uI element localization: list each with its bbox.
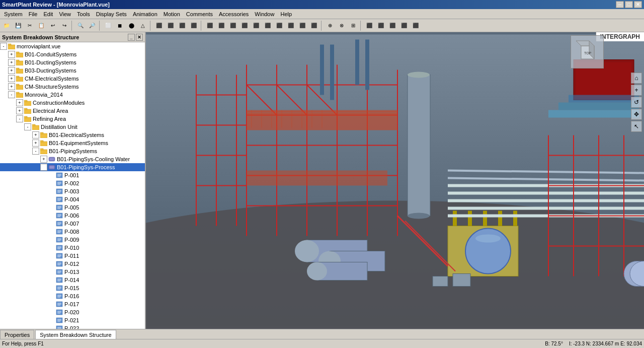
tree-node-refining[interactable]: -Refining Area [0, 115, 145, 123]
tree-node-p021[interactable]: P-021 [0, 316, 145, 324]
tree-expand-b01piping[interactable]: - [32, 148, 39, 155]
toolbar-button-38[interactable]: ⬛ [398, 20, 410, 31]
tree-container[interactable]: -morroviaplant.vue+B01-ConduitSystems+B0… [0, 42, 145, 329]
toolbar-button-12[interactable]: ⬤ [126, 20, 137, 31]
toolbar-button-31[interactable]: ⊕ [325, 20, 336, 31]
toolbar-button-4[interactable]: ↩ [47, 20, 58, 31]
tree-node-p006[interactable]: P-006 [0, 212, 145, 220]
menu-item-help[interactable]: Help [277, 10, 295, 18]
toolbar-button-8[interactable]: 🔎 [87, 20, 98, 31]
zoom-in-button[interactable]: + [631, 85, 642, 96]
toolbar-button-5[interactable]: ↪ [59, 20, 70, 31]
toolbar-button-24[interactable]: ⬛ [251, 20, 262, 31]
tree-node-cooling[interactable]: +B01-PipingSys-Cooling Water [0, 155, 145, 163]
tree-node-electrical[interactable]: +Electrical Area [0, 107, 145, 115]
toolbar-button-22[interactable]: ⬛ [227, 20, 238, 31]
toolbar-button-27[interactable]: ⬛ [285, 20, 296, 31]
toolbar-button-33[interactable]: ⊞ [348, 20, 359, 31]
toolbar-button-17[interactable]: ⬛ [177, 20, 188, 31]
toolbar-button-35[interactable]: ⬛ [364, 20, 375, 31]
toolbar-button-39[interactable]: ⬛ [410, 20, 421, 31]
tab-system-breakdown[interactable]: System Breakdown Structure [35, 330, 116, 339]
menu-item-motion[interactable]: Motion [160, 10, 183, 18]
tree-expand-electrical[interactable]: + [16, 107, 23, 114]
toolbar-button-3[interactable]: 📋 [36, 20, 47, 31]
toolbar-button-2[interactable]: ✂ [24, 20, 35, 31]
tree-node-p020[interactable]: P-020 [0, 308, 145, 316]
minimize-button[interactable]: ─ [616, 1, 624, 8]
tree-node-p015[interactable]: P-015 [0, 284, 145, 292]
menu-item-comments[interactable]: Comments [183, 10, 216, 18]
tree-node-b01piping[interactable]: -B01-PipingSystems [0, 147, 145, 155]
tree-node-cm-electrical[interactable]: +CM-ElectricalSystems [0, 75, 145, 83]
tree-expand-refining[interactable]: - [16, 115, 23, 122]
toolbar-button-1[interactable]: 💾 [13, 20, 24, 31]
tree-node-p004[interactable]: P-004 [0, 195, 145, 203]
tree-node-p001[interactable]: P-001 [0, 171, 145, 179]
rotate-button[interactable]: ↺ [631, 97, 642, 108]
tree-expand-cm-electrical[interactable]: + [8, 75, 15, 82]
viewport-3d[interactable]: ALL PC World Free Apps on All PC World I… [146, 32, 644, 329]
toolbar-button-0[interactable]: 📁 [1, 20, 12, 31]
tree-expand-b01conduit[interactable]: + [8, 51, 15, 58]
tree-node-p013[interactable]: P-013 [0, 268, 145, 276]
tree-expand-cooling[interactable]: + [40, 156, 47, 163]
tree-node-p008[interactable]: P-008 [0, 228, 145, 236]
tree-node-p009[interactable]: P-009 [0, 236, 145, 244]
tree-expand-b03ducting[interactable]: + [8, 67, 15, 74]
toolbar-button-13[interactable]: △ [137, 20, 148, 31]
panel-float-button[interactable]: _ [128, 34, 135, 41]
toolbar-button-11[interactable]: ◼ [114, 20, 125, 31]
menu-item-file[interactable]: File [26, 10, 41, 18]
tree-node-b01conduit[interactable]: +B01-ConduitSystems [0, 50, 145, 58]
tree-node-p011[interactable]: P-011 [0, 252, 145, 260]
toolbar-button-10[interactable]: ⬜ [103, 20, 114, 31]
menu-item-view[interactable]: View [56, 10, 74, 18]
tree-node-p005[interactable]: P-005 [0, 203, 145, 212]
toolbar-button-36[interactable]: ⬛ [375, 20, 386, 31]
tree-node-p014[interactable]: P-014 [0, 276, 145, 284]
tree-expand-construction[interactable]: + [16, 99, 23, 106]
tree-expand-b01ducting[interactable]: + [8, 59, 15, 66]
tree-node-p010[interactable]: P-010 [0, 244, 145, 252]
toolbar-button-25[interactable]: ⬛ [262, 20, 273, 31]
tree-node-construction[interactable]: +ConstructionModules [0, 99, 145, 107]
toolbar-button-32[interactable]: ⊗ [336, 20, 347, 31]
toolbar-button-28[interactable]: ⬛ [297, 20, 308, 31]
menu-item-window[interactable]: Window [252, 10, 277, 18]
tree-node-b01equip[interactable]: +B01-EquipmentSystems [0, 139, 145, 147]
navigation-cube[interactable]: TOP [571, 35, 604, 68]
toolbar-button-15[interactable]: ⬛ [153, 20, 165, 31]
toolbar-button-26[interactable]: ⬛ [274, 20, 285, 31]
tree-node-p022[interactable]: P-022 [0, 324, 145, 329]
tree-node-b03ducting[interactable]: +B03-DuctingSystems [0, 66, 145, 75]
toolbar-button-29[interactable]: ⬛ [308, 20, 319, 31]
tab-properties[interactable]: Properties [0, 330, 34, 339]
toolbar-button-18[interactable]: ⬛ [188, 20, 199, 31]
toolbar-button-7[interactable]: 🔍 [75, 20, 86, 31]
tree-node-p017[interactable]: P-017 [0, 300, 145, 308]
home-view-button[interactable]: ⌂ [631, 73, 642, 84]
menu-item-animation[interactable]: Animation [130, 10, 160, 18]
tree-node-root[interactable]: -morroviaplant.vue [0, 42, 145, 50]
maximize-button[interactable]: □ [625, 1, 633, 8]
menu-item-system[interactable]: System [1, 10, 26, 18]
tree-node-b01elec[interactable]: +B01-ElectricalSystems [0, 131, 145, 139]
pan-button[interactable]: ✥ [631, 109, 642, 120]
tree-node-b01ducting[interactable]: +B01-DuctingSystems [0, 58, 145, 66]
toolbar-button-21[interactable]: ⬛ [216, 20, 227, 31]
tree-expand-b01equip[interactable]: + [32, 140, 39, 147]
tree-expand-monrovia2014[interactable]: - [8, 91, 15, 98]
tree-expand-b01elec[interactable]: + [32, 131, 39, 138]
tree-node-cm-structure[interactable]: +CM-StructureSystems [0, 83, 145, 91]
tree-expand-root[interactable]: - [0, 43, 7, 50]
menu-item-accessories[interactable]: Accessories [216, 10, 252, 18]
tree-node-p012[interactable]: P-012 [0, 260, 145, 268]
toolbar-button-23[interactable]: ⬛ [239, 20, 250, 31]
tree-node-distillation[interactable]: -Distillation Unit [0, 123, 145, 131]
menu-item-display-sets[interactable]: Display Sets [93, 10, 130, 18]
menu-item-edit[interactable]: Edit [40, 10, 56, 18]
panel-close-button[interactable]: ✕ [136, 34, 143, 41]
menu-item-tools[interactable]: Tools [74, 10, 93, 18]
tree-node-p007[interactable]: P-007 [0, 220, 145, 228]
